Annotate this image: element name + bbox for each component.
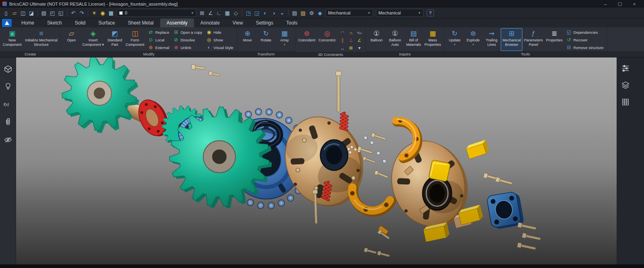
dissolve-button[interactable]: ⊘Dissolve	[172, 36, 203, 43]
tangent-constraint-icon[interactable]: ◠	[338, 29, 347, 37]
bolt-part[interactable]	[518, 222, 537, 231]
plot-icon[interactable]: ▤	[40, 9, 48, 17]
nut-part[interactable]	[370, 141, 374, 145]
dependencies-button[interactable]: ◱Dependencies	[565, 29, 605, 36]
print-preview-icon[interactable]: ◰	[48, 9, 56, 17]
local-button[interactable]: ⊙Local	[147, 36, 171, 43]
bolt-part[interactable]	[517, 242, 537, 251]
hub-part[interactable]	[423, 176, 452, 210]
bolt-part[interactable]	[364, 248, 377, 255]
explode-button[interactable]: ⊛Explode▾	[464, 28, 482, 51]
workspace-dropdown-1[interactable]: Mechanical ▼	[326, 9, 373, 17]
minimize-button[interactable]: –	[598, 0, 613, 8]
peg-part[interactable]	[302, 138, 306, 142]
ball-part[interactable]	[349, 151, 351, 153]
trailing-lines-button[interactable]: ⇝Trailing Lines	[482, 28, 501, 51]
peg-part[interactable]	[314, 186, 318, 190]
nut-part[interactable]	[383, 160, 386, 163]
table-icon[interactable]: ▤	[291, 9, 299, 17]
rigid-set-icon[interactable]: ⊞	[347, 44, 355, 52]
update-button[interactable]: ↻Update▾	[445, 28, 464, 51]
dynamic-ucs-icon[interactable]: ◇	[232, 9, 240, 17]
ball-part[interactable]	[347, 148, 350, 150]
rotate-button[interactable]: ↻Rotate	[257, 28, 275, 51]
bolt-part[interactable]	[495, 177, 513, 186]
publish-icon[interactable]: ◱	[57, 9, 65, 17]
tab-home[interactable]: Home	[15, 18, 41, 27]
bolt-part[interactable]	[363, 156, 376, 164]
visual-styles-icon[interactable]: ◐	[261, 9, 269, 17]
viewport-3d[interactable]	[16, 57, 617, 268]
tab-assembly[interactable]: Assembly	[160, 18, 194, 27]
constraints-more-icon[interactable]: ▾	[355, 44, 363, 52]
entity-snap-icon[interactable]: ⊞	[198, 9, 206, 17]
tab-surface[interactable]: Surface	[92, 18, 121, 27]
spur-gear-part[interactable]	[62, 57, 139, 133]
tab-sheet-metal[interactable]: Sheet Metal	[122, 18, 160, 27]
bolt-part[interactable]	[377, 251, 390, 258]
grid-snap-icon[interactable]: ▦	[223, 9, 231, 17]
balloon-panel-icon[interactable]	[3, 82, 13, 92]
perpendicular-constraint-icon[interactable]: ⊥	[347, 37, 355, 44]
sheet-set-icon[interactable]: ◒	[278, 9, 286, 17]
parallel-constraint-icon[interactable]: ∥	[338, 37, 347, 44]
distance-constraint-icon[interactable]: ↔	[338, 44, 347, 52]
layers-panel-icon[interactable]	[620, 80, 631, 90]
ball-part[interactable]	[354, 148, 357, 151]
parameters-panel-button[interactable]: ƒParameters Panel	[522, 28, 545, 51]
tab-annotate[interactable]: Annotate	[194, 18, 226, 27]
look-from-icon[interactable]: ◲	[253, 9, 261, 17]
materials-icon[interactable]: ◉	[99, 9, 107, 17]
scale-constraint-icon[interactable]: X₁₀	[355, 29, 363, 37]
open-file-icon[interactable]: ▱	[10, 9, 19, 17]
help-button[interactable]: ?	[427, 9, 434, 16]
bolt-part[interactable]	[336, 71, 341, 112]
show-button[interactable]: ◎Show	[205, 36, 234, 43]
layer-dropdown[interactable]: 0 ▼	[117, 9, 196, 17]
tab-solid[interactable]: Solid	[68, 18, 92, 27]
external-button[interactable]: ⊛External	[147, 44, 171, 51]
initialize-mechanical-structure-button[interactable]: ≡Initialize Mechanical Structure	[23, 28, 60, 51]
save-icon[interactable]: ◫	[19, 9, 27, 17]
open-a-copy-button[interactable]: ⊞Open a copy	[172, 29, 203, 36]
bolt-part[interactable]	[374, 170, 389, 179]
peg-part[interactable]	[351, 176, 355, 180]
properties-button[interactable]: ≣Properties	[544, 28, 564, 51]
mass-properties-button[interactable]: ▦Mass Properties	[423, 28, 442, 51]
render-settings-icon[interactable]	[620, 63, 631, 74]
standard-part-button[interactable]: ◩Standard Part	[105, 28, 124, 51]
hub-part[interactable]	[320, 140, 348, 170]
nut-part[interactable]	[377, 151, 380, 155]
coincident-button[interactable]: ⊚Coincident	[297, 28, 317, 52]
tab-tools[interactable]: Tools	[280, 18, 304, 27]
parameters-panel-icon[interactable]: f(x)	[3, 99, 13, 110]
balloon-auto-button[interactable]: ①Balloon Auto	[386, 28, 404, 51]
bolt-part[interactable]	[191, 64, 206, 71]
hatch-icon[interactable]: ▨	[299, 9, 307, 17]
remove-structure-button[interactable]: ⊟Remove structure	[565, 44, 605, 51]
components-icon[interactable]: ◆	[316, 9, 324, 17]
block-part[interactable]	[429, 160, 451, 182]
tab-sketch[interactable]: Sketch	[41, 18, 68, 27]
balloon-button[interactable]: ①Balloon	[367, 28, 386, 51]
array-button[interactable]: ▦Array▾	[275, 28, 294, 51]
form-component-button[interactable]: ◫Form Component	[124, 28, 146, 51]
pawl-part[interactable]	[350, 187, 391, 212]
insert-component-button[interactable]: ◈Insert Component ▾	[81, 28, 106, 51]
new-file-icon[interactable]: ▯	[2, 9, 10, 17]
nut-part[interactable]	[364, 136, 367, 140]
bolt-part[interactable]	[371, 133, 386, 141]
mechanical-browser-button[interactable]: ⊞Mechanical Browser	[501, 28, 522, 51]
fix-constraint-icon[interactable]: ∩	[347, 29, 355, 37]
bolt-part[interactable]	[522, 233, 541, 241]
mech-settings-icon[interactable]: ⚙	[308, 9, 316, 17]
polar-tracking-icon[interactable]: ∠	[206, 9, 215, 17]
open-button[interactable]: ▱Open	[62, 28, 81, 51]
workspace-dropdown-2[interactable]: Mechanical ▼	[376, 9, 423, 17]
ortho-icon[interactable]: ∟	[215, 9, 223, 17]
tab-settings[interactable]: Settings	[250, 18, 280, 27]
hidden-entities-panel-icon[interactable]	[3, 135, 13, 145]
attachments-panel-icon[interactable]	[3, 117, 13, 127]
recover-button[interactable]: ↺Recover	[565, 36, 605, 43]
ball-part[interactable]	[351, 146, 353, 148]
